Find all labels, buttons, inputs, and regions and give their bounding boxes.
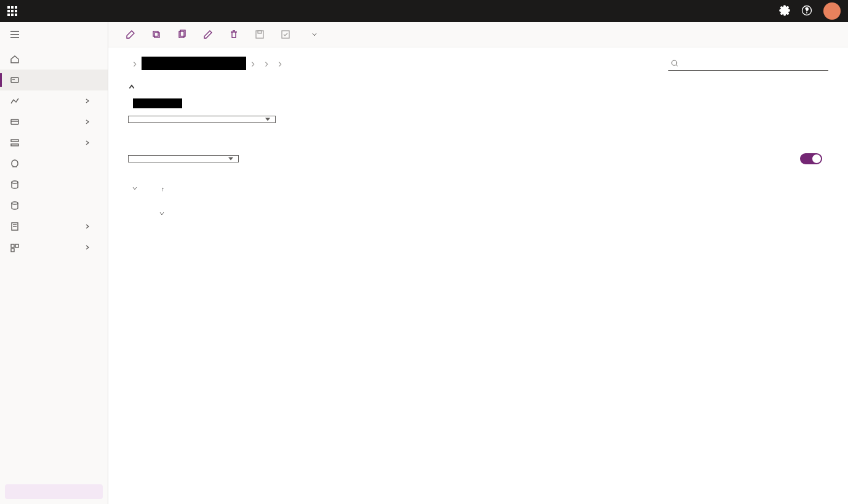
grid-header: ↑ xyxy=(128,175,828,202)
help-icon[interactable] xyxy=(801,5,812,18)
copy-security-role-button[interactable] xyxy=(175,27,193,42)
compact-grid-toggle[interactable] xyxy=(794,153,828,164)
user-avatar[interactable] xyxy=(823,2,841,20)
svg-rect-17 xyxy=(11,244,14,247)
chevron-down-icon[interactable] xyxy=(132,185,138,191)
svg-point-27 xyxy=(672,60,677,65)
col-delete[interactable] xyxy=(743,186,809,191)
settings-icon[interactable] xyxy=(779,5,790,18)
search-box[interactable] xyxy=(668,56,828,71)
svg-point-2 xyxy=(807,12,807,13)
breadcrumb: › › › › xyxy=(128,57,287,70)
save-button xyxy=(252,27,271,42)
save-close-button xyxy=(278,27,297,42)
chevron-up-icon xyxy=(128,83,135,90)
group-custom-tables[interactable] xyxy=(128,202,828,223)
svg-point-13 xyxy=(12,202,18,204)
configure-column-view-button[interactable] xyxy=(304,29,320,40)
command-bar xyxy=(108,22,848,47)
inheritance-select[interactable] xyxy=(128,116,276,123)
sidebar-item-resources[interactable] xyxy=(0,132,108,153)
sidebar-item-admincenters[interactable] xyxy=(0,237,108,258)
svg-rect-21 xyxy=(154,33,159,38)
copy-table-permissions-button[interactable] xyxy=(149,27,167,42)
svg-rect-20 xyxy=(153,31,158,36)
sidebar-item-datapreview[interactable] xyxy=(0,195,108,216)
svg-rect-6 xyxy=(11,78,18,82)
col-create[interactable] xyxy=(548,186,613,191)
business-unit-field xyxy=(128,98,828,108)
col-name[interactable] xyxy=(308,186,425,191)
svg-rect-18 xyxy=(15,244,18,247)
sidebar-item-policies[interactable] xyxy=(0,216,108,237)
svg-rect-24 xyxy=(256,31,263,38)
sidebar-item-billing[interactable] xyxy=(0,111,108,132)
svg-point-12 xyxy=(12,181,18,183)
svg-rect-25 xyxy=(258,31,262,33)
col-owner[interactable] xyxy=(425,186,486,191)
global-header xyxy=(0,0,848,22)
privilege-grid: ↑ xyxy=(128,175,828,223)
promo-card xyxy=(5,484,103,499)
svg-line-28 xyxy=(676,65,678,66)
sidebar-item-environments[interactable] xyxy=(0,70,108,90)
svg-rect-10 xyxy=(11,140,18,142)
breadcrumb-redacted xyxy=(142,57,246,70)
sidebar-item-analytics[interactable] xyxy=(0,90,108,111)
sidebar-item-home[interactable] xyxy=(0,49,108,70)
app-launcher-icon[interactable] xyxy=(7,6,17,16)
svg-rect-8 xyxy=(11,119,18,124)
sidebar xyxy=(0,22,108,504)
chevron-down-icon xyxy=(159,210,165,217)
col-append[interactable] xyxy=(809,186,848,191)
details-heading[interactable] xyxy=(128,83,828,90)
permission-settings-button[interactable] xyxy=(123,27,142,42)
col-perm[interactable] xyxy=(486,186,548,191)
col-write[interactable] xyxy=(678,186,743,191)
sidebar-item-help[interactable] xyxy=(0,153,108,174)
svg-rect-11 xyxy=(11,144,18,146)
delete-button[interactable] xyxy=(226,27,245,42)
table-filter-select[interactable] xyxy=(128,155,239,162)
col-read[interactable] xyxy=(613,186,678,191)
toggle-switch[interactable] xyxy=(800,153,822,164)
svg-rect-19 xyxy=(11,249,14,252)
sidebar-item-dataintegration[interactable] xyxy=(0,174,108,195)
hamburger-icon[interactable] xyxy=(0,22,108,49)
search-input[interactable] xyxy=(682,58,826,68)
tabs xyxy=(128,137,828,147)
search-icon xyxy=(671,59,679,68)
rename-button[interactable] xyxy=(201,27,219,42)
svg-rect-26 xyxy=(282,31,289,38)
col-table[interactable]: ↑ xyxy=(155,182,290,196)
